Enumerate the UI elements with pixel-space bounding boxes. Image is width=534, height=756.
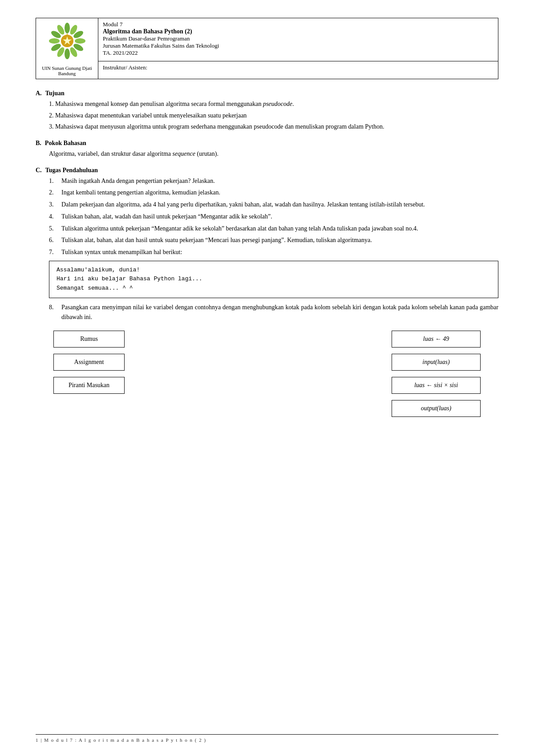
match-box-assignment: Assignment — [53, 354, 125, 371]
modul-label: Modul 7 — [103, 21, 494, 28]
header-info-cell: Modul 7 Algoritma dan Bahasa Python (2) … — [98, 18, 498, 61]
code-block: Assalamu'alaikum, dunia! Hari ini aku be… — [49, 261, 498, 298]
logo-cell: UIN Sunan Gunung Djati Bandung — [36, 18, 98, 79]
section-a-title: Tujuan — [45, 90, 65, 97]
tugas-item-6: 6. Tuliskan alat, bahan, alat dan hasil … — [49, 235, 498, 245]
instruktur-label: Instruktur/ Asisten: — [103, 64, 147, 71]
match-exercise: Rumus Assignment Piranti Masukan luas ← … — [36, 331, 498, 417]
tugas-list: 1. Masih ingatkah Anda dengan pengertian… — [49, 176, 498, 257]
tujuan-item-2: Mahasiswa dapat menentukan variabel untu… — [49, 111, 498, 121]
tugas-item-5: 5. Tuliskan algoritma untuk pekerjaan “M… — [49, 224, 498, 234]
tujuan-list: Mahasiswa mengenal konsep dan penulisan … — [49, 99, 498, 132]
sequence-italic: sequence — [173, 150, 195, 157]
tugas-item-8: 8. Pasangkan cara menyimpan nilai ke var… — [49, 303, 498, 322]
modul-sub3: TA. 2021/2022 — [103, 49, 494, 57]
match-box-piranti: Piranti Masukan — [53, 377, 125, 394]
section-b: B. Pokok Bahasan Algoritma, variabel, da… — [36, 140, 498, 159]
match-box-luas-49: luas ← 49 — [392, 331, 481, 348]
match-right-column: luas ← 49 input(luas) luas ← sisi × sisi… — [392, 331, 481, 417]
match-left-column: Rumus Assignment Piranti Masukan — [53, 331, 125, 394]
section-c-heading: C. Tugas Pendahuluan — [36, 167, 498, 174]
section-b-title: Pokok Bahasan — [45, 140, 86, 147]
section-c-title: Tugas Pendahuluan — [45, 167, 98, 174]
inst-name: UIN Sunan Gunung Djati Bandung — [40, 65, 93, 76]
tujuan-item-1: Mahasiswa mengenal konsep dan penulisan … — [49, 99, 498, 109]
section-b-label: B. — [36, 140, 41, 147]
tugas-item-3: 3. Dalam pekerjaan dan algoritma, ada 4 … — [49, 200, 498, 210]
tugas-item-2: 2. Ingat kembali tentang pengertian algo… — [49, 188, 498, 198]
tujuan-item-3: Mahasiswa dapat menyusun algoritma untuk… — [49, 122, 498, 132]
svg-point-10 — [49, 38, 60, 44]
modul-sub2: Jurusan Matematika Fakultas Sains dan Te… — [103, 42, 494, 49]
section-a: A. Tujuan Mahasiswa mengenal konsep dan … — [36, 90, 498, 132]
match-box-output-luas: output(luas) — [392, 400, 481, 417]
section-c-label: C. — [36, 167, 42, 174]
tugas-list-8: 8. Pasangkan cara menyimpan nilai ke var… — [49, 303, 498, 322]
match-box-luas-sisi: luas ← sisi × sisi — [392, 377, 481, 394]
match-box-input-luas: input(luas) — [392, 354, 481, 371]
match-box-rumus: Rumus — [53, 331, 125, 348]
tugas-item-1: 1. Masih ingatkah Anda dengan pengertian… — [49, 176, 498, 186]
tugas-item-8-text: Pasangkan cara menyimpan nilai ke variab… — [61, 303, 498, 322]
tugas-item-7: 7. Tuliskan syntax untuk menampilkan hal… — [49, 247, 498, 257]
page-footer: 1 | M o d u l 7 : A l g o r i t m a d a … — [36, 734, 498, 743]
header-table: UIN Sunan Gunung Djati Bandung Modul 7 A… — [36, 18, 498, 79]
modul-sub1: Praktikum Dasar-dasar Pemrograman — [103, 35, 494, 42]
tugas-item-4: 4. Tuliskan bahan, alat, wadah dan hasil… — [49, 212, 498, 222]
svg-point-7 — [65, 49, 70, 59]
svg-point-4 — [75, 38, 85, 44]
footer-text: 1 | M o d u l 7 : A l g o r i t m a d a … — [36, 737, 206, 743]
modul-title: Algoritma dan Bahasa Python (2) — [103, 28, 494, 35]
pseudocode-italic: pseudocode — [263, 101, 292, 107]
section-b-heading: B. Pokok Bahasan — [36, 140, 498, 147]
section-a-heading: A. Tujuan — [36, 90, 498, 97]
instruktur-cell: Instruktur/ Asisten: — [98, 61, 498, 79]
university-logo — [47, 21, 87, 61]
section-a-label: A. — [36, 90, 42, 97]
section-b-text: Algoritma, variabel, dan struktur dasar … — [49, 149, 498, 159]
svg-point-1 — [65, 23, 70, 33]
section-c: C. Tugas Pendahuluan 1. Masih ingatkah A… — [36, 167, 498, 417]
